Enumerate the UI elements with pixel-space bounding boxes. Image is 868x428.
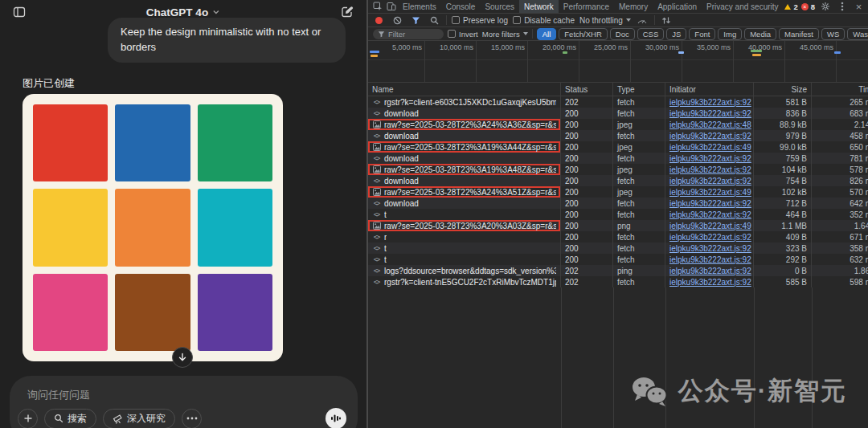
preserve-log-checkbox[interactable]: Preserve log xyxy=(452,16,508,25)
request-name[interactable]: raw?se=2025-03-28T23%3A20%3A03Z&sp=r&sv=… xyxy=(368,220,561,231)
tab-elements[interactable]: Elements xyxy=(398,0,441,13)
request-name[interactable]: raw?se=2025-03-28T22%3A24%3A51Z&sp=r&sv=… xyxy=(368,186,561,198)
column-header-time[interactable]: Time xyxy=(812,83,868,96)
table-row[interactable]: raw?se=2025-03-28T23%3A19%3A48Z&sp=r&sv=… xyxy=(368,164,868,175)
initiator-link[interactable]: ielpku9k3b222axt.js:92 xyxy=(665,231,754,243)
record-button[interactable] xyxy=(372,14,386,26)
request-name[interactable]: <>rgstr?k=client-tnE5GCU2F2cTxRiMbvTczMD… xyxy=(368,276,561,287)
initiator-link[interactable]: ielpku9k3b222axt.js:49 xyxy=(665,186,754,198)
initiator-link[interactable]: ielpku9k3b222axt.js:49 xyxy=(665,220,754,231)
initiator-link[interactable]: ielpku9k3b222axt.js:92 xyxy=(665,276,754,287)
initiator-link[interactable]: ielpku9k3b222axt.js:49 xyxy=(665,141,754,153)
more-tools-button[interactable] xyxy=(182,409,202,428)
filter-input[interactable]: Filter xyxy=(373,29,444,39)
tab-privacy-and-security[interactable]: Privacy and security xyxy=(702,0,783,13)
inspect-element-button[interactable] xyxy=(371,0,384,13)
table-row[interactable]: <>download200fetchielpku9k3b222axt.js:92… xyxy=(368,108,868,119)
throttling-dropdown[interactable]: No throttling xyxy=(579,16,631,25)
errors-badge[interactable]: ×8 xyxy=(801,2,815,11)
request-name[interactable]: raw?se=2025-03-28T23%3A19%3A48Z&sp=r&sv=… xyxy=(368,164,561,175)
table-row[interactable]: <>r200fetchielpku9k3b222axt.js:92409 B67… xyxy=(368,231,868,243)
initiator-link[interactable]: ielpku9k3b222axt.js:92 xyxy=(665,198,754,209)
table-row[interactable]: <>download200fetchielpku9k3b222axt.js:92… xyxy=(368,130,868,141)
initiator-link[interactable]: ielpku9k3b222axt.js:92 xyxy=(665,96,754,108)
request-name[interactable]: <>download xyxy=(368,153,561,164)
initiator-link[interactable]: ielpku9k3b222axt.js:92 xyxy=(665,108,754,119)
column-header-name[interactable]: Name xyxy=(368,83,561,96)
filter-chip-css[interactable]: CSS xyxy=(637,28,665,40)
sidebar-toggle-button[interactable] xyxy=(10,2,29,22)
initiator-link[interactable]: ielpku9k3b222axt.js:92 xyxy=(665,243,754,254)
initiator-link[interactable]: ielpku9k3b222axt.js:92 xyxy=(665,175,754,186)
request-name[interactable]: <>download xyxy=(368,130,561,141)
initiator-link[interactable]: ielpku9k3b222axt.js:92 xyxy=(665,265,754,276)
model-selector[interactable]: ChatGPT 4o xyxy=(146,6,220,18)
tab-performance[interactable]: Performance xyxy=(559,0,614,13)
tab-application[interactable]: Application xyxy=(653,0,702,13)
filter-chip-fetch-xhr[interactable]: Fetch/XHR xyxy=(559,28,607,40)
settings-button[interactable] xyxy=(818,0,832,13)
deep-research-button[interactable]: 深入研究 xyxy=(103,409,175,428)
table-row[interactable]: <>rgstr?k=client-e603C1J5XKDc1uGaxqjKesU… xyxy=(368,96,868,108)
request-name[interactable]: <>t xyxy=(368,209,561,220)
filter-chip-manifest[interactable]: Manifest xyxy=(779,28,819,40)
filter-chip-js[interactable]: JS xyxy=(666,28,686,40)
table-row[interactable]: <>t200fetchielpku9k3b222axt.js:92292 B63… xyxy=(368,254,868,265)
clear-button[interactable] xyxy=(391,14,404,26)
attach-button[interactable] xyxy=(18,409,38,428)
table-row[interactable]: raw?se=2025-03-28T23%3A19%3A44Z&sp=r&sv=… xyxy=(368,141,868,153)
initiator-link[interactable]: ielpku9k3b222axt.js:92 xyxy=(665,130,754,141)
voice-mode-button[interactable] xyxy=(326,408,346,428)
request-name[interactable]: <>t xyxy=(368,254,561,265)
menu-button[interactable] xyxy=(835,0,849,13)
request-name[interactable]: <>logs?ddsource=browser&ddtags=sdk_versi… xyxy=(368,265,561,276)
initiator-link[interactable]: ielpku9k3b222axt.js:92 xyxy=(665,209,754,220)
tab-sources[interactable]: Sources xyxy=(480,0,519,13)
request-name[interactable]: <>download xyxy=(368,198,561,209)
generated-image[interactable] xyxy=(23,94,283,361)
filter-chip-font[interactable]: Font xyxy=(689,28,715,40)
initiator-link[interactable]: ielpku9k3b222axt.js:48 xyxy=(665,119,754,130)
initiator-link[interactable]: ielpku9k3b222axt.js:92 xyxy=(665,164,754,175)
column-header-size[interactable]: Size xyxy=(754,83,812,96)
new-chat-button[interactable] xyxy=(338,2,357,22)
more-filters-button[interactable]: More filters xyxy=(482,30,528,39)
device-toolbar-button[interactable] xyxy=(384,0,398,13)
request-name[interactable]: raw?se=2025-03-28T23%3A19%3A44Z&sp=r&sv=… xyxy=(368,141,561,153)
close-devtools-button[interactable]: × xyxy=(852,0,866,13)
search-tool-button[interactable]: 搜索 xyxy=(44,409,96,428)
table-row[interactable]: raw?se=2025-03-28T23%3A20%3A03Z&sp=r&sv=… xyxy=(368,220,868,231)
table-row[interactable]: <>rgstr?k=client-tnE5GCU2F2cTxRiMbvTczMD… xyxy=(368,276,868,287)
request-name[interactable]: <>download xyxy=(368,175,561,186)
table-row[interactable]: <>download200fetchielpku9k3b222axt.js:92… xyxy=(368,153,868,164)
warnings-badge[interactable]: 2 xyxy=(784,2,797,11)
filter-chip-all[interactable]: All xyxy=(537,28,557,40)
table-row[interactable]: <>t200fetchielpku9k3b222axt.js:92464 B35… xyxy=(368,209,868,220)
request-name[interactable]: <>t xyxy=(368,243,561,254)
table-row[interactable]: <>t200fetchielpku9k3b222axt.js:92323 B35… xyxy=(368,243,868,254)
search-button[interactable] xyxy=(428,14,441,26)
request-name[interactable]: <>download xyxy=(368,108,561,119)
scroll-to-bottom-button[interactable] xyxy=(172,347,193,368)
filter-chip-img[interactable]: Img xyxy=(718,28,742,40)
table-row[interactable]: <>download200fetchielpku9k3b222axt.js:92… xyxy=(368,175,868,186)
initiator-link[interactable]: ielpku9k3b222axt.js:92 xyxy=(665,254,754,265)
tab-network[interactable]: Network xyxy=(519,0,559,13)
import-export-button[interactable] xyxy=(660,14,674,26)
table-row[interactable]: raw?se=2025-03-28T22%3A24%3A36Z&sp=r&sv=… xyxy=(368,119,868,130)
filter-chip-ws[interactable]: WS xyxy=(821,28,845,40)
tab-console[interactable]: Console xyxy=(441,0,481,13)
table-row[interactable]: raw?se=2025-03-28T22%3A24%3A51Z&sp=r&sv=… xyxy=(368,186,868,198)
table-row[interactable]: <>download200fetchielpku9k3b222axt.js:92… xyxy=(368,198,868,209)
chat-input[interactable]: 询问任何问题 xyxy=(27,388,90,402)
column-header-initiator[interactable]: Initiator xyxy=(665,83,754,96)
network-conditions-button[interactable] xyxy=(636,14,649,26)
column-header-type[interactable]: Type xyxy=(613,83,665,96)
request-name[interactable]: <>rgstr?k=client-e603C1J5XKDc1uGaxqjKesU… xyxy=(368,96,561,108)
tab-memory[interactable]: Memory xyxy=(614,0,653,13)
request-name[interactable]: <>r xyxy=(368,231,561,243)
filter-toggle-button[interactable] xyxy=(409,14,423,26)
column-header-status[interactable]: Status xyxy=(561,83,613,96)
filter-chip-doc[interactable]: Doc xyxy=(610,28,635,40)
timeline-overview[interactable]: 5,000 ms10,000 ms15,000 ms20,000 ms25,00… xyxy=(368,41,868,83)
